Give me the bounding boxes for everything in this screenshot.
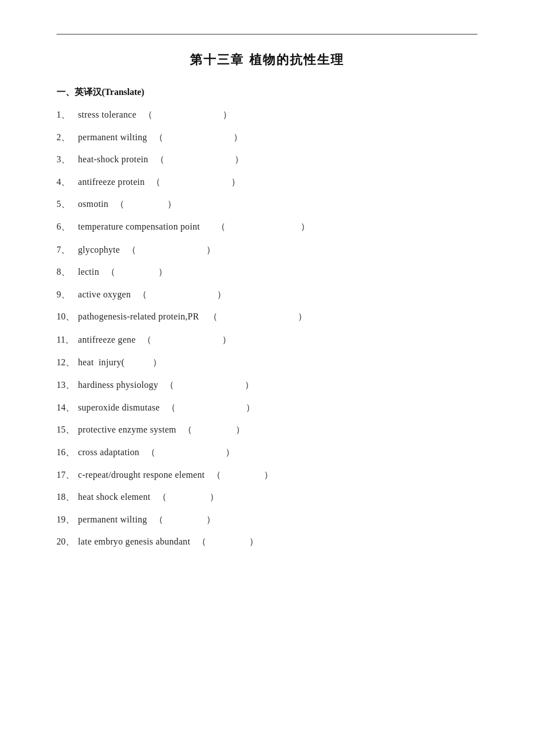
- list-item: 11、antifreeze gene （ ）: [57, 332, 477, 347]
- paren-close: ）: [249, 534, 258, 549]
- term-text: heat injury( ）: [78, 355, 162, 370]
- term-text: superoxide dismutase: [78, 400, 160, 415]
- item-text: pathogenesis-related protein,PR （ ）: [78, 309, 307, 325]
- answer-blank[interactable]: [138, 252, 202, 253]
- term-text: active oxygen: [78, 287, 131, 302]
- paren-close: ）: [264, 468, 273, 482]
- item-text: active oxygen （ ）: [78, 287, 226, 302]
- paren-close: ）: [206, 243, 215, 257]
- list-item: 15、protective enzyme system （ ）: [57, 422, 477, 437]
- answer-blank[interactable]: [209, 544, 245, 545]
- paren-open: （: [135, 287, 147, 302]
- paren-open: （: [164, 400, 176, 415]
- list-item: 2、permanent wilting （ ）: [57, 130, 477, 145]
- item-text: permanent wilting （ ）: [78, 130, 242, 145]
- answer-blank[interactable]: [166, 140, 229, 140]
- list-item: 18、heat shock element （ ）: [57, 490, 477, 504]
- paren-close: ）: [167, 197, 176, 211]
- item-number: 7、: [57, 243, 78, 257]
- paren-close: ）: [231, 175, 240, 189]
- answer-blank[interactable]: [177, 387, 240, 388]
- term-text: antifreeze gene: [78, 332, 136, 347]
- answer-blank[interactable]: [155, 117, 218, 118]
- section-title: 一、英译汉(Translate): [57, 87, 477, 98]
- paren-close: ）: [233, 130, 242, 145]
- item-number: 9、: [57, 287, 78, 302]
- item-number: 4、: [57, 175, 78, 189]
- item-number: 17、: [57, 468, 78, 482]
- item-text: protective enzyme system （ ）: [78, 422, 245, 437]
- term-text: heat-shock protein: [78, 152, 148, 167]
- paren-open: （: [205, 219, 226, 234]
- answer-blank[interactable]: [195, 432, 231, 433]
- list-item: 10、pathogenesis-related protein,PR （ ）: [57, 309, 477, 325]
- answer-blank[interactable]: [166, 522, 202, 522]
- list-item: 16、cross adaptation （ ）: [57, 445, 477, 460]
- list-item: 5、osmotin （ ）: [57, 197, 477, 211]
- list-item: 4、antifreeze protein （ ）: [57, 175, 477, 189]
- answer-blank[interactable]: [154, 342, 218, 343]
- list-item: 3、heat-shock protein （ ）: [57, 152, 477, 167]
- term-text: pathogenesis-related protein,PR: [78, 309, 199, 324]
- item-number: 19、: [57, 512, 78, 527]
- chapter-title: 第十三章 植物的抗性生理: [57, 51, 477, 68]
- paren-close: ）: [236, 422, 245, 437]
- paren-open: （: [181, 422, 193, 437]
- paren-open: （: [209, 468, 221, 482]
- answer-blank[interactable]: [228, 219, 296, 235]
- item-text: heat shock element （ ）: [78, 490, 219, 504]
- item-number: 6、: [57, 219, 78, 234]
- list-item: 17、c-repeat/drought respone element （ ）: [57, 468, 477, 482]
- paren-close: ）: [223, 107, 232, 122]
- list-item: 1、stress tolerance （ ）: [57, 107, 477, 122]
- paren-close: ）: [210, 490, 219, 504]
- page: 第十三章 植物的抗性生理 一、英译汉(Translate) 1、stress t…: [0, 0, 534, 756]
- paren-open: （: [151, 130, 163, 145]
- answer-blank[interactable]: [167, 162, 230, 162]
- term-text: c-repeat/drought respone element: [78, 468, 205, 482]
- paren-close: ）: [158, 265, 167, 279]
- paren-close: ）: [246, 400, 255, 415]
- item-text: osmotin （ ）: [78, 197, 177, 211]
- item-number: 20、: [57, 534, 78, 549]
- item-number: 3、: [57, 152, 78, 167]
- answer-blank[interactable]: [223, 477, 259, 478]
- answer-blank[interactable]: [169, 499, 205, 500]
- paren-close: ）: [225, 445, 235, 460]
- paren-open: （: [195, 534, 207, 549]
- list-item: 9、active oxygen （ ）: [57, 287, 477, 302]
- paren-open: （: [153, 152, 164, 167]
- answer-blank[interactable]: [163, 184, 227, 185]
- term-text: osmotin: [78, 197, 108, 211]
- item-text: antifreeze protein （ ）: [78, 175, 240, 189]
- term-text: protective enzyme system: [78, 422, 176, 437]
- term-text: hardiness physiology: [78, 378, 158, 392]
- answer-blank[interactable]: [178, 410, 241, 411]
- paren-close: ）: [206, 512, 215, 527]
- answer-blank[interactable]: [158, 455, 221, 455]
- paren-open: （: [141, 107, 153, 122]
- term-text: lectin: [78, 265, 99, 279]
- answer-blank[interactable]: [127, 206, 163, 207]
- item-text: heat injury( ）: [78, 355, 162, 370]
- item-text: stress tolerance （ ）: [78, 107, 232, 122]
- list-item: 14、superoxide dismutase （ ）: [57, 400, 477, 415]
- term-text: antifreeze protein: [78, 175, 145, 189]
- paren-close: ）: [235, 152, 244, 167]
- answer-blank[interactable]: [118, 274, 154, 275]
- item-text: late embryo genesis abundant （ ）: [78, 534, 259, 549]
- answer-blank[interactable]: [220, 309, 293, 325]
- term-text: heat shock element: [78, 490, 150, 504]
- item-number: 8、: [57, 265, 78, 279]
- item-number: 5、: [57, 197, 78, 211]
- item-text: cross adaptation （ ）: [78, 445, 235, 460]
- paren-close: ）: [217, 287, 226, 302]
- list-item: 6、temperature compensation point （ ）: [57, 219, 477, 235]
- item-text: hardiness physiology （ ）: [78, 378, 254, 392]
- item-number: 14、: [57, 400, 78, 415]
- top-divider: [57, 34, 477, 34]
- answer-blank[interactable]: [149, 297, 212, 297]
- item-text: c-repeat/drought respone element （ ）: [78, 468, 273, 482]
- term-text: cross adaptation: [78, 445, 140, 460]
- list-item: 20、late embryo genesis abundant （ ）: [57, 534, 477, 549]
